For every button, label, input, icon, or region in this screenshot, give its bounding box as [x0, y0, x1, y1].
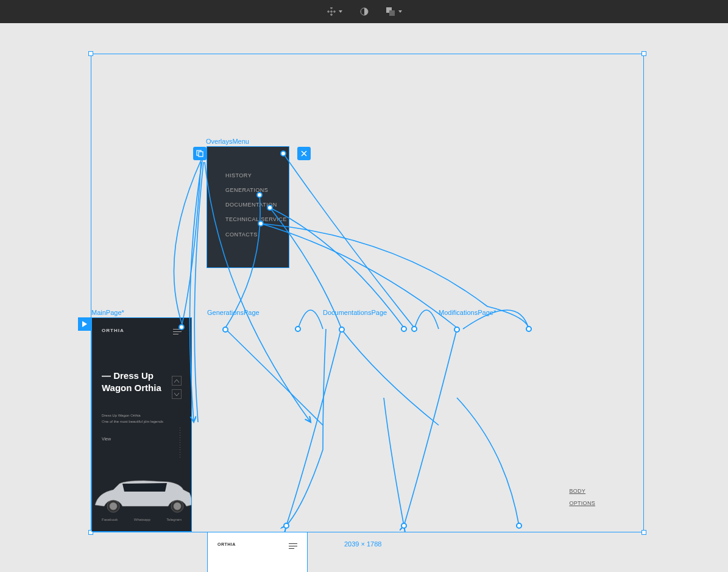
arrow-down-button[interactable] [172, 389, 182, 399]
grid-icon [327, 7, 336, 16]
svg-point-11 [110, 503, 117, 510]
grid-tool[interactable] [327, 7, 342, 16]
svg-rect-4 [330, 14, 332, 16]
svg-rect-3 [333, 11, 335, 13]
canvas[interactable]: 2039 × 1788 OverlaysMenu HISTORY GENERAT… [0, 23, 728, 572]
selection-handle-tr[interactable] [641, 51, 646, 56]
menu-item-technical-service[interactable]: TECHNICAL SERVICE [225, 216, 289, 223]
connection-node[interactable] [283, 523, 289, 529]
connection-node[interactable] [401, 523, 407, 529]
overlay-close-button[interactable] [297, 147, 311, 160]
connection-node[interactable] [516, 523, 522, 529]
main-page-frame[interactable]: ORTHIA — Dress Up Wagon Orthia Dress Up … [91, 317, 192, 532]
menu-icon[interactable] [289, 543, 297, 551]
svg-rect-7 [389, 10, 395, 16]
top-toolbar [0, 0, 728, 23]
frame-label-main[interactable]: MainPage* [91, 309, 124, 316]
connection-node[interactable] [295, 326, 301, 332]
shapes-tool[interactable] [386, 7, 402, 16]
connection-node[interactable] [454, 327, 460, 333]
close-icon [301, 150, 307, 157]
menu-item-contacts[interactable]: CONTACTS [225, 231, 289, 238]
footer-facebook[interactable]: Facebook [102, 518, 118, 521]
menu-item-history[interactable]: HISTORY [225, 172, 289, 178]
connection-node[interactable] [526, 326, 532, 332]
connection-node[interactable] [258, 221, 264, 227]
svg-rect-2 [330, 11, 332, 13]
generations-page-frame[interactable]: ORTHIA Generations FIRST GENERATION 1996… [207, 532, 308, 572]
connection-node[interactable] [411, 326, 417, 332]
overlays-menu-frame[interactable]: HISTORY GENERATIONS DOCUMENTATION TECHNI… [207, 146, 289, 268]
main-logo: ORTHIA [102, 328, 182, 333]
footer-whatsapp[interactable]: Whatsapp [134, 518, 150, 521]
connection-node[interactable] [222, 327, 228, 333]
main-title: — Dress Up Wagon Orthia [102, 370, 182, 394]
frame-label-generations[interactable]: GenerationsPage [207, 309, 260, 316]
overlay-copy-button[interactable] [193, 147, 207, 160]
svg-rect-9 [199, 152, 203, 157]
connection-node[interactable] [339, 327, 345, 333]
main-subtitle: Dress Up Wagon Orthia One of the most be… [102, 413, 182, 425]
chevron-down-icon [398, 10, 402, 13]
arrow-up-button[interactable] [172, 376, 182, 386]
main-footer: Facebook Whatsapp Telegram [102, 518, 182, 521]
svg-rect-1 [327, 11, 329, 13]
car-illustration [91, 475, 192, 514]
connection-node[interactable] [401, 326, 407, 332]
main-arrows [172, 376, 182, 403]
options-link[interactable]: OPTIONS [569, 500, 595, 506]
selection-handle-br[interactable] [641, 530, 646, 535]
svg-point-13 [174, 503, 181, 510]
main-view-link[interactable]: View [102, 437, 182, 441]
svg-rect-0 [330, 7, 332, 9]
connection-node[interactable] [280, 150, 286, 157]
connection-node[interactable] [267, 205, 273, 211]
play-icon [82, 321, 87, 327]
footer-telegram[interactable]: Telegram [166, 518, 182, 521]
contrast-icon [359, 7, 369, 16]
generations-logo: ORTHIA [217, 542, 297, 546]
selection-handle-tl[interactable] [88, 51, 93, 56]
connection-node[interactable] [178, 324, 185, 330]
body-link[interactable]: BODY [569, 488, 595, 494]
frame-label-modifications[interactable]: ModificationsPage* [439, 309, 496, 316]
shapes-icon [386, 7, 396, 16]
frame-label-documentations[interactable]: DocumentationsPage [323, 309, 387, 316]
frame-label-overlays[interactable]: OverlaysMenu [206, 138, 249, 145]
connection-node[interactable] [256, 192, 263, 198]
play-button[interactable] [78, 317, 91, 331]
menu-item-documentation[interactable]: DOCUMENTATION [225, 202, 289, 208]
contrast-tool[interactable] [359, 7, 369, 16]
dimensions-label: 2039 × 1788 [344, 540, 381, 548]
side-labels: BODY OPTIONS [569, 488, 595, 512]
scroll-indicator [180, 428, 180, 458]
chevron-down-icon [339, 10, 342, 13]
copy-icon [196, 150, 203, 157]
